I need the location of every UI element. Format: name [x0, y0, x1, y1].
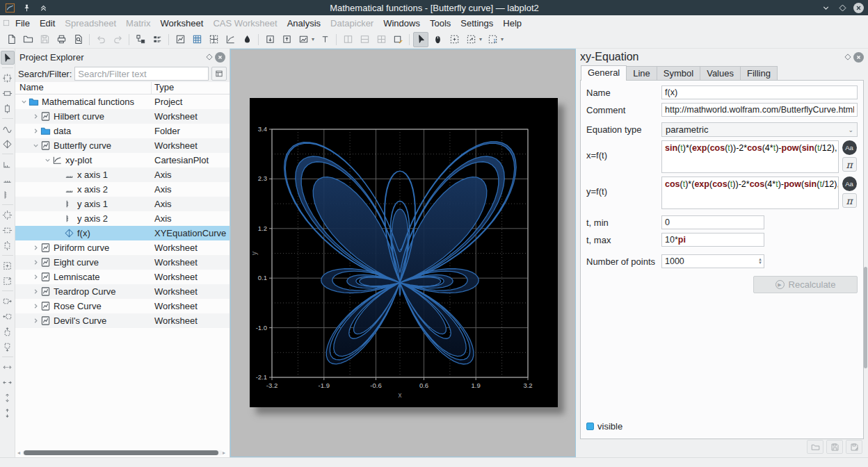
scale-auto-x-icon[interactable] [1, 223, 15, 237]
equation-type-select[interactable]: parametric ⌄ [661, 122, 858, 137]
constants-icon[interactable]: Aa [842, 140, 857, 155]
add-legend-icon[interactable] [1, 157, 15, 171]
zoom-in-icon[interactable] [1, 259, 15, 272]
load-template-icon[interactable] [807, 440, 823, 454]
tree-row-eight-curve[interactable]: Eight curveWorksheet [15, 255, 230, 270]
tree-row-y-axis-2[interactable]: y axis 2Axis [15, 211, 230, 226]
y-equation-input[interactable]: cos(t)*(exp(cos(t))-2*cos(4*t)-pow(sin(t… [661, 177, 839, 209]
properties-explorer-toggle-icon[interactable] [150, 32, 165, 47]
tree-row-f-x-[interactable]: f(x)XYEquationCurve [15, 226, 230, 240]
tab-general[interactable]: General [581, 65, 627, 81]
tab-symbol[interactable]: Symbol [657, 66, 700, 81]
new-matrix-icon[interactable] [206, 32, 221, 47]
pi-functions-icon[interactable]: π [842, 157, 857, 172]
shift-left-x-icon[interactable] [1, 309, 15, 323]
menu-item-worksheet[interactable]: Worksheet [155, 17, 208, 30]
select-pointer-icon[interactable] [1, 51, 15, 65]
scale-auto-icon[interactable] [1, 208, 15, 222]
zoom-region-dropdown-icon[interactable]: ▾ [479, 32, 484, 47]
shift-up-y-icon[interactable] [1, 325, 15, 338]
export-image-dropdown-icon[interactable]: ▾ [312, 32, 316, 47]
scale-auto-y-icon[interactable] [1, 238, 15, 252]
search-filter-input[interactable] [74, 67, 209, 81]
float-panel-icon[interactable] [204, 51, 215, 63]
tree-expander-icon[interactable] [31, 245, 40, 251]
cartesian-plot[interactable]: -3.2-1.9-0.60.61.93.23.42.31.20.1-1.0-2.… [250, 98, 558, 407]
zoom-fit-icon[interactable] [1, 274, 15, 288]
tree-row-butterfly-curve[interactable]: Butterfly curveWorksheet [15, 138, 230, 153]
tab-filling[interactable]: Filling [740, 66, 778, 81]
layout-edit-icon[interactable] [390, 32, 405, 47]
tab-line[interactable]: Line [626, 66, 657, 81]
tree-row-hilbert-curve[interactable]: Hilbert curveWorksheet [15, 109, 230, 124]
tab-values[interactable]: Values [700, 66, 741, 81]
import-window-icon[interactable] [262, 32, 278, 47]
new-document-icon[interactable] [3, 32, 19, 47]
tree-expander-icon[interactable] [19, 99, 28, 105]
column-header-type[interactable]: Type [152, 82, 230, 94]
minimize-icon[interactable] [820, 2, 831, 13]
shade-up-icon[interactable] [38, 2, 49, 13]
shift-right-x-icon[interactable] [1, 294, 15, 308]
open-folder-icon[interactable] [20, 32, 35, 47]
constants-icon[interactable]: Aa [842, 177, 857, 191]
print-preview-icon[interactable] [70, 32, 86, 47]
column-header-name[interactable]: Name [15, 82, 152, 94]
close-icon[interactable] [853, 3, 864, 13]
save-as-template-icon[interactable] [846, 440, 862, 454]
tmin-input[interactable]: 0 [661, 215, 764, 229]
points-spinbox[interactable]: 1000 ▲▼ [661, 254, 764, 268]
tree-row-y-axis-1[interactable]: y axis 1Axis [15, 197, 230, 211]
add-x-axis-icon[interactable] [1, 172, 15, 186]
zoom-out-x-icon[interactable] [1, 375, 15, 389]
select-y-region-icon[interactable] [1, 101, 15, 115]
recalculate-button[interactable]: ▶ Recalculate [753, 276, 858, 293]
tree-row-piriform-curve[interactable]: Piriform curveWorksheet [15, 240, 230, 255]
menu-item-tools[interactable]: Tools [425, 17, 456, 30]
tmax-input[interactable]: 10*pi [661, 233, 764, 247]
zoom-out-y-icon[interactable] [1, 406, 15, 420]
print-icon[interactable] [54, 32, 69, 47]
menu-item-settings[interactable]: Settings [456, 17, 498, 30]
new-datapicker-icon[interactable] [239, 32, 255, 47]
tree-row-mathematical-functions[interactable]: Mathematical functionsProject [15, 95, 230, 109]
worksheet-view[interactable]: -3.2-1.9-0.60.61.93.23.42.31.20.1-1.0-2.… [230, 49, 576, 457]
shift-down-y-icon[interactable] [1, 340, 15, 354]
name-input[interactable] [661, 85, 858, 99]
tree-row-rose-curve[interactable]: Rose CurveWorksheet [15, 299, 230, 313]
tree-expander-icon[interactable] [31, 318, 40, 324]
menu-item-windows[interactable]: Windows [378, 17, 425, 30]
tree-expander-icon[interactable] [31, 142, 40, 149]
vscroll-thumb[interactable] [864, 267, 867, 368]
filter-options-icon[interactable] [211, 67, 227, 81]
tree-expander-icon[interactable] [43, 157, 51, 163]
magnification-preset-dropdown-icon[interactable]: ▾ [501, 32, 506, 47]
menu-item-edit[interactable]: Edit [35, 17, 60, 30]
pin-icon[interactable] [21, 2, 32, 13]
close-panel-icon[interactable] [215, 52, 225, 63]
comment-input[interactable] [661, 103, 858, 117]
zoom-in-y-icon[interactable] [1, 391, 15, 404]
save-template-icon[interactable] [826, 440, 843, 454]
add-equation-curve-icon[interactable] [1, 137, 15, 151]
export-image-icon[interactable] [296, 32, 311, 47]
tree-row-teardrop-curve[interactable]: Teardrop CurveWorksheet [15, 284, 230, 299]
tree-expander-icon[interactable] [31, 288, 40, 295]
tree-row-lemniscate[interactable]: LemniscateWorksheet [15, 270, 230, 284]
tree-row-devil-s-curve[interactable]: Devil's CurveWorksheet [15, 313, 230, 328]
select-x-region-icon[interactable] [1, 86, 15, 100]
menu-item-help[interactable]: Help [498, 17, 527, 30]
project-explorer-toggle-icon[interactable] [133, 32, 148, 47]
tree-expander-icon[interactable] [31, 303, 40, 309]
text-label-icon[interactable] [317, 32, 332, 47]
select-pointer-icon[interactable] [413, 32, 428, 47]
add-xy-curve-icon[interactable] [1, 122, 15, 136]
zoom-in-x-icon[interactable] [1, 360, 15, 374]
zoom-region-icon[interactable] [463, 32, 479, 47]
new-spreadsheet-icon[interactable] [189, 32, 204, 47]
x-equation-input[interactable]: sin(t)*(exp(cos(t))-2*cos(4*t)-pow(sin(t… [661, 140, 839, 173]
spin-arrows-icon[interactable]: ▲▼ [758, 258, 762, 265]
explorer-hscrollbar[interactable]: ◂ ▸ [17, 450, 227, 455]
zoom-select-icon[interactable] [447, 32, 462, 47]
tree-expander-icon[interactable] [31, 128, 40, 134]
